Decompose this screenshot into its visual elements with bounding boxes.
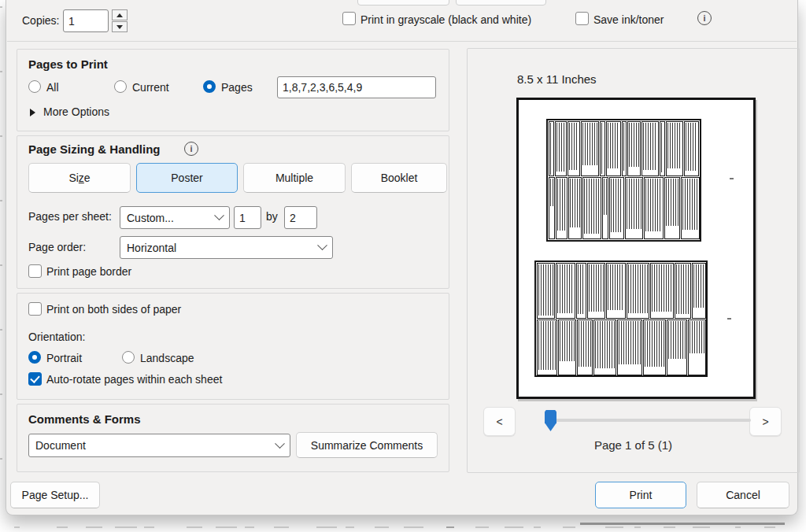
both-sides-checkbox[interactable] — [28, 302, 42, 316]
pages-range-input[interactable] — [277, 76, 436, 98]
preview-cell — [650, 263, 675, 319]
background-text-fragment — [446, 526, 454, 528]
background-text-fragment — [245, 526, 254, 528]
background-text-fragment — [735, 526, 741, 528]
background-text-fragment — [0, 200, 2, 201]
print-page-border-checkbox[interactable] — [28, 264, 42, 278]
background-text-fragment — [274, 526, 289, 528]
cancel-button[interactable]: Cancel — [697, 482, 789, 508]
copies-stepper[interactable] — [112, 9, 128, 32]
page-order-dropdown[interactable]: Horizontal — [120, 236, 333, 259]
preview-cell — [627, 263, 649, 319]
mode-poster-button[interactable]: Poster — [136, 163, 238, 193]
page-sizing-info-icon[interactable]: i — [184, 142, 198, 156]
save-ink-label: Save ink/toner — [593, 13, 664, 26]
mode-booklet-button[interactable]: Booklet — [351, 163, 447, 193]
chevron-down-icon — [214, 210, 224, 220]
preview-cell — [593, 320, 616, 375]
preview-cell — [627, 121, 641, 176]
background-text-fragment — [57, 526, 68, 528]
preview-cell — [692, 263, 706, 319]
background-text-fragment — [0, 329, 2, 331]
background-text-fragment — [534, 526, 541, 528]
stepper-down-icon[interactable] — [112, 21, 128, 32]
page-sizing-title: Page Sizing & Handling — [28, 142, 161, 156]
preview-cell — [587, 263, 605, 319]
prev-page-button[interactable]: < — [483, 407, 516, 436]
grayscale-checkbox[interactable] — [342, 12, 356, 25]
slider-thumb[interactable] — [545, 410, 556, 431]
page-sizing-section: Page Sizing & Handling i Size Poster Mul… — [17, 135, 449, 289]
background-text-fragment — [0, 6, 2, 8]
mode-multiple-button[interactable]: Multiple — [243, 163, 346, 193]
preview-cell — [577, 320, 593, 375]
comments-forms-section: Comments & Forms Document Summarize Comm… — [17, 404, 449, 472]
grid-x-input[interactable] — [234, 206, 261, 229]
preview-cell — [664, 177, 680, 240]
chevron-down-icon — [317, 240, 327, 250]
preview-page-slider[interactable] — [549, 419, 751, 422]
pages-to-print-section: Pages to Print All Current Pages More Op… — [17, 49, 449, 131]
pages-per-sheet-dropdown[interactable]: Custom... — [120, 206, 230, 229]
preview-cell — [609, 177, 625, 240]
cutoff-button-properties[interactable] — [357, 0, 449, 6]
radio-current-label[interactable]: Current — [132, 81, 169, 94]
preview-cell — [660, 121, 665, 176]
copies-input[interactable] — [63, 9, 109, 32]
page-setup-button[interactable]: Page Setup... — [10, 482, 100, 508]
background-text-fragment — [316, 526, 337, 528]
background-text-fragment — [693, 526, 710, 528]
radio-current[interactable] — [114, 80, 127, 93]
preview-cell — [617, 320, 642, 375]
auto-rotate-checkbox[interactable] — [28, 372, 42, 386]
radio-portrait[interactable] — [28, 351, 41, 364]
print-button[interactable]: Print — [595, 482, 686, 508]
preview-table — [546, 119, 701, 242]
background-text-fragment — [605, 526, 623, 528]
more-options-label[interactable]: More Options — [43, 105, 109, 118]
preview-cell — [681, 177, 700, 240]
paper-size-label: 8.5 x 11 Inches — [517, 72, 597, 86]
preview-cell — [688, 320, 706, 375]
page-status: Page 1 of 5 (1) — [468, 438, 799, 452]
preview-cell — [558, 320, 576, 375]
background-text-fragment — [475, 526, 489, 528]
background-text-fragment — [634, 526, 641, 528]
radio-all[interactable] — [28, 80, 41, 93]
next-page-button[interactable]: > — [749, 407, 782, 436]
grayscale-label: Print in grayscale (black and white) — [360, 13, 531, 26]
background-text-fragment — [505, 526, 523, 528]
preview-cell — [643, 320, 666, 375]
preview-cell — [556, 177, 568, 240]
mode-size-button[interactable]: Size — [28, 163, 131, 193]
preview-cell — [568, 121, 580, 176]
radio-portrait-label[interactable]: Portrait — [46, 352, 82, 364]
page-order-label: Page order: — [28, 241, 86, 253]
background-text-fragment — [664, 526, 675, 528]
preview-cell — [667, 320, 687, 375]
radio-landscape-label[interactable]: Landscape — [140, 352, 194, 364]
preview-cell — [625, 177, 643, 240]
info-icon[interactable]: i — [697, 11, 712, 25]
summarize-comments-button[interactable]: Summarize Comments — [296, 432, 438, 458]
radio-landscape[interactable] — [122, 351, 135, 364]
comments-forms-dropdown[interactable]: Document — [28, 434, 290, 457]
page-number-mark — [730, 178, 734, 179]
background-text-fragment — [115, 526, 137, 528]
preview-sheet — [516, 98, 756, 399]
print-page-border-label: Print page border — [46, 265, 131, 278]
cutoff-button-advanced[interactable] — [456, 0, 546, 6]
preview-panel: 8.5 x 11 Inches < > Page 1 of 5 (1) — [467, 48, 800, 473]
pages-to-print-title: Pages to Print — [28, 57, 108, 71]
grid-y-input[interactable] — [284, 206, 317, 229]
radio-all-label[interactable]: All — [46, 81, 59, 94]
background-text-fragment — [764, 526, 775, 528]
top-divider — [7, 41, 797, 42]
radio-pages-label[interactable]: Pages — [221, 81, 253, 94]
preview-cell — [555, 121, 567, 176]
save-ink-checkbox[interactable] — [575, 12, 589, 25]
radio-pages[interactable] — [203, 80, 216, 93]
stepper-up-icon[interactable] — [112, 9, 128, 20]
more-options-expander-icon[interactable] — [30, 109, 35, 116]
background-text-fragment — [375, 526, 389, 528]
